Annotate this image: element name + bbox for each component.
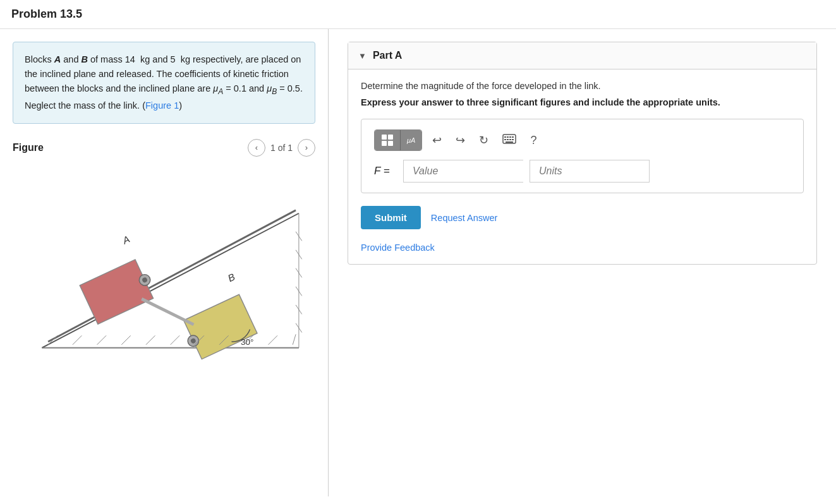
svg-rect-35	[388, 141, 393, 146]
inclined-plane-figure: A B 30°	[19, 171, 310, 360]
figure-link[interactable]: Figure 1	[145, 100, 179, 111]
figure-prev-button[interactable]: ‹	[248, 139, 265, 157]
part-a-instruction: Express your answer to three significant…	[361, 97, 804, 107]
svg-rect-43	[509, 139, 511, 140]
left-panel: Blocks A and B of mass 14 kg and 5 kg re…	[0, 29, 329, 496]
svg-rect-38	[507, 136, 509, 138]
collapse-arrow[interactable]: ▼	[358, 51, 367, 61]
right-panel: ▼ Part A Determine the magnitude of the …	[329, 29, 836, 496]
svg-rect-37	[504, 136, 506, 138]
svg-rect-9	[183, 294, 257, 359]
toolbar: μA ↩ ↪ ↻	[374, 129, 791, 151]
request-answer-link[interactable]: Request Answer	[431, 213, 498, 223]
figure-next-button[interactable]: ›	[298, 139, 315, 157]
part-a-header: ▼ Part A	[348, 42, 816, 69]
figure-page: 1 of 1	[270, 143, 293, 153]
svg-line-20	[170, 335, 179, 345]
problem-text-box: Blocks A and B of mass 14 kg and 5 kg re…	[13, 42, 315, 124]
svg-line-25	[293, 334, 296, 344]
toolbar-btn-group: μA	[374, 129, 422, 151]
svg-text:B: B	[226, 271, 236, 284]
symbol-button[interactable]: μA	[401, 130, 421, 150]
figure-image: A B 30°	[13, 164, 315, 360]
svg-line-18	[121, 335, 131, 345]
part-a-title: Part A	[373, 50, 403, 61]
svg-line-16	[72, 335, 82, 345]
svg-rect-42	[507, 139, 509, 140]
provide-feedback-link[interactable]: Provide Feedback	[361, 243, 435, 253]
equation-label: F =	[374, 165, 397, 177]
part-a-body: Determine the magnitude of the force dev…	[348, 69, 816, 264]
figure-header: Figure ‹ 1 of 1 ›	[13, 139, 315, 157]
svg-line-24	[268, 335, 277, 345]
svg-rect-32	[382, 135, 387, 140]
page-title: Problem 13.5	[0, 0, 836, 29]
symbol-icon: μA	[407, 136, 415, 144]
svg-rect-44	[512, 139, 514, 140]
undo-button[interactable]: ↩	[428, 131, 445, 150]
svg-rect-39	[509, 136, 511, 138]
svg-rect-41	[504, 139, 506, 140]
value-input[interactable]	[403, 160, 523, 183]
svg-line-13	[142, 299, 193, 325]
part-a-description: Determine the magnitude of the force dev…	[361, 81, 804, 91]
redo-button[interactable]: ↪	[452, 131, 469, 150]
svg-line-4	[48, 210, 296, 342]
svg-rect-34	[382, 141, 387, 146]
action-row: Submit Request Answer	[361, 206, 804, 229]
part-a-section: ▼ Part A Determine the magnitude of the …	[348, 42, 817, 265]
submit-button[interactable]: Submit	[361, 206, 421, 229]
help-button[interactable]: ?	[526, 131, 540, 150]
units-input[interactable]	[530, 160, 650, 183]
problem-text: Blocks A and B of mass 14 kg and 5 kg re…	[25, 54, 303, 111]
svg-rect-40	[512, 136, 514, 138]
svg-text:A: A	[120, 233, 131, 246]
svg-rect-5	[80, 260, 153, 324]
svg-line-17	[97, 335, 106, 345]
svg-line-19	[145, 335, 155, 345]
figure-label: Figure	[13, 142, 44, 153]
matrix-button[interactable]	[375, 130, 401, 150]
figure-nav: ‹ 1 of 1 ›	[248, 139, 315, 157]
svg-rect-45	[506, 141, 513, 143]
svg-rect-33	[388, 135, 393, 140]
answer-box: μA ↩ ↪ ↻	[361, 119, 804, 193]
equation-row: F =	[374, 160, 791, 183]
keyboard-icon	[502, 134, 516, 144]
keyboard-button[interactable]	[499, 131, 520, 150]
refresh-button[interactable]: ↻	[475, 131, 492, 150]
matrix-icon	[381, 134, 394, 147]
svg-line-0	[42, 213, 298, 348]
